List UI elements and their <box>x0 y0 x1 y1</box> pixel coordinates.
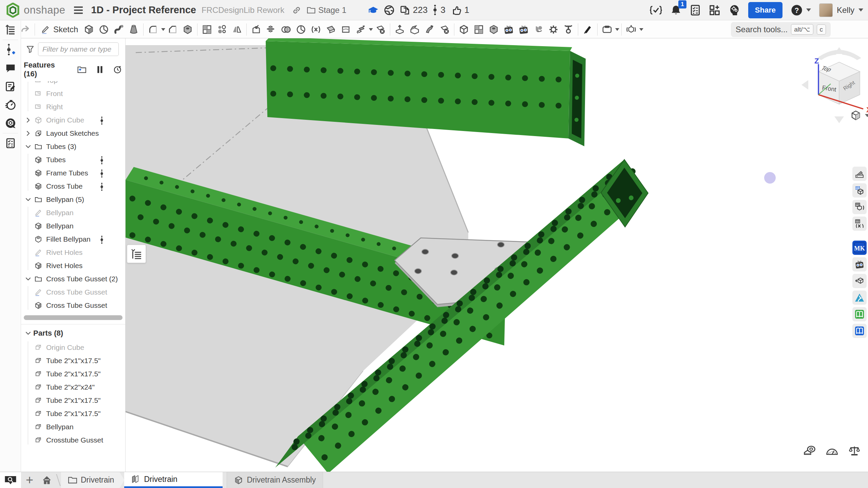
featurescript-icon[interactable] <box>650 4 662 16</box>
tab-drivetrain-partstudio[interactable]: Drivetrain <box>124 472 223 488</box>
feature-row[interactable]: Cross Tube Gusset <box>21 285 125 299</box>
suppress-pause-icon[interactable] <box>96 65 103 74</box>
tasks-button[interactable] <box>690 4 701 16</box>
feature-row[interactable]: Cross Tube Gusset <box>21 299 125 312</box>
appearance-panel-icon[interactable] <box>852 167 867 181</box>
shell-icon[interactable] <box>200 22 214 37</box>
mkcad-panel-icon[interactable]: MK <box>852 241 867 255</box>
feature-tree-hscrollbar[interactable] <box>24 315 122 320</box>
filter-input[interactable] <box>38 42 119 56</box>
protractor-icon[interactable] <box>825 443 839 458</box>
bom-table-panel-icon[interactable] <box>852 183 867 198</box>
home-tab-button[interactable] <box>38 472 56 488</box>
parts-header[interactable]: Parts (8) <box>21 326 125 341</box>
view-options-button[interactable] <box>850 110 868 121</box>
tab-drivetrain-folder[interactable]: Drivetrain <box>61 472 124 488</box>
new-folder-icon[interactable] <box>77 65 87 74</box>
split-icon[interactable] <box>294 22 308 37</box>
feature-row[interactable]: Layout Sketches <box>21 127 125 140</box>
onshape-logo[interactable]: onshape <box>0 3 65 18</box>
hole-tool-icon[interactable] <box>486 22 501 37</box>
feature-row[interactable]: Rivet Holes <box>21 246 125 259</box>
name-tag-caret[interactable] <box>615 28 619 31</box>
variables-panel-icon[interactable] <box>852 217 867 231</box>
enclose-icon[interactable] <box>407 22 422 37</box>
help-menu[interactable]: ? <box>791 4 811 16</box>
plane-tool-icon[interactable] <box>323 22 338 37</box>
feature-row[interactable]: Top <box>21 81 125 87</box>
boolean-icon[interactable] <box>279 22 294 37</box>
sketch-button[interactable]: Sketch <box>37 22 81 37</box>
gear-tool-icon[interactable] <box>546 22 561 37</box>
fillet-menu-caret[interactable] <box>161 28 165 31</box>
public-document[interactable] <box>384 5 395 16</box>
part-row[interactable]: Origin Cube <box>21 341 125 354</box>
derived-icon[interactable] <box>249 22 264 37</box>
tape-measure-icon[interactable] <box>802 443 817 458</box>
feature-row[interactable]: Fillet Bellypan <box>21 232 125 246</box>
draft-icon[interactable] <box>180 22 195 37</box>
configurations-panel-icon[interactable] <box>852 200 867 214</box>
sheet-metal-icon[interactable] <box>531 22 546 37</box>
circular-pattern-icon[interactable] <box>214 22 229 37</box>
part-row[interactable]: Tube 2"x1"x17.5" <box>21 367 125 380</box>
part-row[interactable]: Tube 2"x2"x24" <box>21 380 125 394</box>
feature-row[interactable]: Bellypan <box>21 219 125 232</box>
chevron-down-icon[interactable] <box>23 276 33 282</box>
link-icon[interactable] <box>292 5 301 15</box>
rollback-clock-icon[interactable] <box>113 65 122 74</box>
frames-tool-icon[interactable] <box>624 22 639 37</box>
export-cube-panel-icon[interactable] <box>852 274 867 288</box>
feature-row[interactable]: Tubes <box>21 153 125 166</box>
collapse-tree-button[interactable] <box>127 245 146 263</box>
folder-row[interactable]: Cross Tube Gusset (2) <box>21 272 125 285</box>
model-viewport[interactable]: Top Front Right Z X <box>126 38 868 472</box>
performance-button[interactable] <box>0 96 21 114</box>
part-row[interactable]: Bellypan <box>21 420 125 433</box>
delete-part-icon[interactable] <box>373 22 388 37</box>
variable-icon[interactable] <box>308 22 323 37</box>
release-notes-button[interactable] <box>0 77 21 96</box>
chamfer-icon[interactable] <box>165 22 180 37</box>
feature-row[interactable]: Rivet Holes <box>21 259 125 272</box>
part-row[interactable]: Crosstube Gusset <box>21 433 125 447</box>
delete-face-icon[interactable] <box>437 22 452 37</box>
create-version-button[interactable] <box>0 41 21 59</box>
feature-row[interactable]: Right <box>21 100 125 113</box>
name-tag-icon[interactable] <box>600 22 615 37</box>
main-menu-icon[interactable] <box>74 6 83 14</box>
green-docs-panel-icon[interactable] <box>852 307 867 321</box>
chevron-down-icon[interactable] <box>23 143 33 150</box>
featurescript-robot2-icon[interactable] <box>516 22 531 37</box>
revolve-icon[interactable] <box>96 22 111 37</box>
versions-stat[interactable]: 3 <box>432 4 445 16</box>
folder-row[interactable]: Bellypan (5) <box>21 193 125 206</box>
ai-advisor-button[interactable] <box>729 4 740 16</box>
primitives-icon[interactable] <box>264 22 279 37</box>
chevron-down-icon[interactable] <box>23 196 33 203</box>
model-3d[interactable] <box>126 38 868 472</box>
chevron-right-icon[interactable] <box>23 130 33 137</box>
mirror-icon[interactable] <box>229 22 244 37</box>
marker-pen-icon[interactable] <box>580 22 595 37</box>
simulation-panel-icon[interactable] <box>852 290 867 305</box>
workspace-chip[interactable]: Stage 1 <box>307 5 346 15</box>
tab-search-button[interactable] <box>0 472 21 488</box>
block-pattern-icon[interactable] <box>471 22 486 37</box>
transform-menu-caret[interactable] <box>369 28 373 31</box>
likes-stat[interactable]: 1 <box>450 5 469 16</box>
part-row[interactable]: Tube 2"x1"x17.5" <box>21 407 125 420</box>
chevron-down-icon[interactable] <box>23 330 33 337</box>
learning-badge[interactable] <box>367 5 379 15</box>
filter-funnel-icon[interactable] <box>26 45 35 54</box>
insert-cube-icon[interactable] <box>456 22 471 37</box>
surface-split-icon[interactable] <box>338 22 353 37</box>
part-row[interactable]: Tube 2"x1"x17.5" <box>21 394 125 407</box>
blue-docs-panel-icon[interactable] <box>852 324 867 338</box>
checklist-panel-button[interactable] <box>0 134 21 152</box>
folder-row[interactable]: Tubes (3) <box>21 140 125 153</box>
mass-properties-icon[interactable] <box>847 443 862 458</box>
feature-row[interactable]: Frame Tubes <box>21 166 125 180</box>
new-tab-button[interactable]: + <box>21 472 38 488</box>
loft-icon[interactable] <box>126 22 141 37</box>
